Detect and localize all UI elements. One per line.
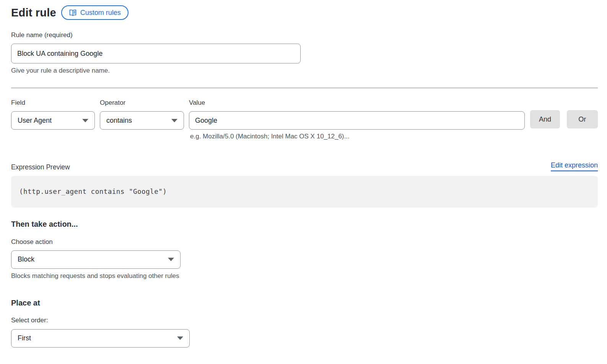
operator-select[interactable]: contains (100, 111, 184, 130)
value-helper: e.g. Mozilla/5.0 (Macintosh; Intel Mac O… (190, 133, 598, 140)
order-select[interactable]: First (11, 329, 190, 348)
operator-select-value: contains (106, 117, 132, 125)
value-column: Value (189, 99, 525, 130)
expression-preview-box: (http.user_agent contains "Google") (11, 176, 598, 208)
action-select[interactable]: Block (11, 250, 181, 269)
expression-code: (http.user_agent contains "Google") (19, 188, 167, 195)
or-button[interactable]: Or (567, 110, 598, 128)
rule-name-label: Rule name (required) (11, 31, 598, 39)
edit-rule-page: Edit rule Custom rules Rule name (requir… (0, 0, 602, 348)
action-section-heading: Then take action... (11, 220, 598, 229)
rule-name-section: Rule name (required) Give your rule a de… (11, 31, 598, 75)
field-select[interactable]: User Agent (11, 111, 95, 130)
chevron-down-icon (82, 119, 88, 122)
expression-header: Expression Preview Edit expression (11, 162, 598, 171)
operator-column: Operator contains (100, 99, 184, 130)
custom-rules-badge-label: Custom rules (80, 9, 121, 17)
custom-rules-badge-button[interactable]: Custom rules (61, 5, 129, 20)
rule-name-input[interactable] (11, 44, 301, 63)
value-label: Value (189, 99, 525, 107)
field-select-value: User Agent (18, 117, 52, 125)
operator-label: Operator (100, 99, 184, 107)
chevron-down-icon (171, 119, 177, 122)
edit-expression-link[interactable]: Edit expression (551, 162, 598, 171)
action-select-value: Block (18, 255, 34, 263)
condition-row: Field User Agent Operator contains Value… (11, 99, 598, 130)
and-button[interactable]: And (530, 110, 560, 128)
value-input[interactable] (189, 111, 525, 130)
open-book-icon (69, 9, 77, 16)
chevron-down-icon (177, 336, 183, 340)
page-header: Edit rule Custom rules (11, 5, 598, 20)
select-order-label: Select order: (11, 317, 598, 324)
order-select-value: First (18, 334, 31, 342)
field-column: Field User Agent (11, 99, 95, 130)
field-label: Field (11, 99, 95, 107)
place-at-heading: Place at (11, 299, 598, 307)
expression-preview-label: Expression Preview (11, 163, 70, 171)
action-helper: Blocks matching requests and stops evalu… (11, 272, 598, 280)
rule-name-helper: Give your rule a descriptive name. (11, 67, 598, 75)
choose-action-label: Choose action (11, 238, 598, 246)
page-title: Edit rule (11, 6, 56, 19)
chevron-down-icon (168, 258, 174, 261)
section-divider (11, 88, 598, 88)
